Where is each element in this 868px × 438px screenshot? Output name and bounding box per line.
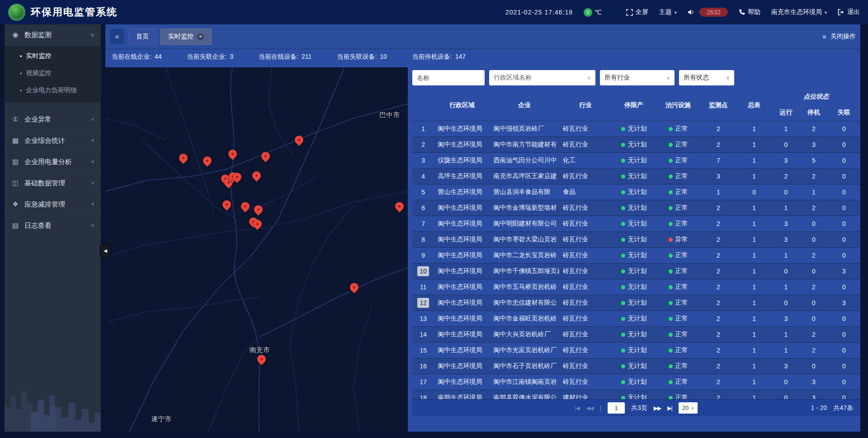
sidebar-item-label: 企业电力负荷明细 xyxy=(26,86,77,94)
close-tab-icon[interactable]: ✕ xyxy=(197,33,204,40)
cell-region: 阆中生态环境局 xyxy=(434,216,490,231)
map-pin[interactable] xyxy=(395,202,404,213)
table-row[interactable]: 7 阆中生态环境局 阆中明阳建材有限公司 砖瓦行业 无计划 xyxy=(412,216,860,232)
cell-facility-status: 正常 xyxy=(656,374,700,390)
table-row[interactable]: 13 阆中生态环境局 阆中市金福旺页岩机砖 砖瓦行业 无计划 xyxy=(412,311,860,327)
cell-stop-count: 2 xyxy=(800,279,827,295)
region-filter-select[interactable]: 行政区域名称 ∨ xyxy=(489,70,595,85)
speaker-button[interactable] xyxy=(688,9,695,15)
page-number-input[interactable] xyxy=(608,402,625,414)
facility-status-dot xyxy=(669,380,673,384)
table-row[interactable]: 5 营山生态环境局 营山县润丰食品有限 食品 无计划 xyxy=(412,184,860,200)
total-pages-label: 共3页 xyxy=(631,404,647,412)
map-pin[interactable] xyxy=(179,154,188,165)
table-header: 行政区域 企业 行业 停限产 治污设施 监测点 总表 点位状态 运行 停机 xyxy=(412,89,860,121)
map-collapse-handle[interactable]: ◀ xyxy=(100,244,111,258)
sidebar-item-video-monitor[interactable]: • 视频监控 xyxy=(5,65,101,82)
table-row[interactable]: 10 阆中生态环境局 阆中市千佛镇五郎垭页岩 砖瓦行业 无计划 xyxy=(412,264,860,279)
sidebar-group-enterprise-statistics[interactable]: ▦ 企业综合统计 < xyxy=(5,130,101,151)
facility-status-dot xyxy=(669,143,673,147)
sidebar-item-power-load-detail[interactable]: • 企业电力负荷明细 xyxy=(5,82,101,99)
cell-run-count: 1 xyxy=(772,121,800,137)
map-pin[interactable] xyxy=(241,202,250,213)
map-pin[interactable] xyxy=(228,150,237,161)
sidebar-item-realtime-monitor[interactable]: • 实时监控 xyxy=(5,47,101,65)
plan-status-dot xyxy=(621,349,625,353)
table-row[interactable]: 14 阆中生态环境局 阆中大兴页岩机砖厂 砖瓦行业 无计划 xyxy=(412,327,860,343)
plan-status-dot xyxy=(621,143,625,147)
chevron-down-icon: ▾ xyxy=(825,10,827,15)
cell-monitor-points: 2 xyxy=(700,279,736,295)
last-page-button[interactable]: ▶| xyxy=(667,405,672,411)
map-pin[interactable] xyxy=(254,205,263,217)
map-pin[interactable] xyxy=(257,355,266,366)
facility-status-dot xyxy=(669,349,673,353)
sidebar-item-label: 视频监控 xyxy=(26,69,52,77)
table-row[interactable]: 11 阆中生态环境局 阆中市五马桥页岩机砖 砖瓦行业 无计划 xyxy=(412,279,860,295)
page-size-value: 20 xyxy=(682,405,689,411)
page-size-select[interactable]: 20 ∨ xyxy=(679,402,698,414)
map-pin[interactable] xyxy=(252,171,261,183)
next-page-button[interactable]: ▶▶ xyxy=(654,405,661,411)
tab-home[interactable]: 首页 xyxy=(128,28,156,45)
first-page-button[interactable]: |◀ xyxy=(575,405,580,411)
table-row[interactable]: 4 高坪生态环境局 南充市高坪区王家店建 砖瓦行业 无计划 xyxy=(412,169,860,184)
map-pin[interactable] xyxy=(295,136,303,147)
cell-region: 阆中生态环境局 xyxy=(434,248,490,263)
logout-button[interactable]: 退出 xyxy=(838,8,860,16)
map-pin[interactable] xyxy=(222,200,231,212)
map-pin[interactable] xyxy=(203,156,212,168)
chevron-left-icon: < xyxy=(91,180,94,186)
table-row[interactable]: 18 南部生态环境局 南部县双佛水泥有限公 建材行业 无计划 xyxy=(412,390,860,399)
tab-label: 首页 xyxy=(136,33,149,41)
map-panel[interactable]: 巴中市 南充市 遂宁市 xyxy=(105,67,408,432)
theme-dropdown[interactable]: 主题 ▾ xyxy=(659,8,677,16)
document-icon: ▤ xyxy=(11,221,20,230)
cell-monitor-points: 2 xyxy=(700,358,736,374)
table-row[interactable]: 2 阆中生态环境局 阆中市南方节能建材有 砖瓦行业 无计划 xyxy=(412,137,860,153)
map-pin[interactable] xyxy=(253,220,262,231)
org-dropdown[interactable]: 南充市生态环境局 ▾ xyxy=(771,8,827,16)
table-row[interactable]: 12 阆中生态环境局 阆中市忠信建材有限公 砖瓦行业 无计划 xyxy=(412,295,860,311)
sidebar-group-base-data[interactable]: ◫ 基础数据管理 < xyxy=(5,173,101,194)
sidebar-group-power-analysis[interactable]: ▥ 企业用电量分析 < xyxy=(5,151,101,173)
cell-region: 仪陇生态环境局 xyxy=(434,153,490,168)
stat-offline-enterprises: 当前失联企业:3 xyxy=(187,53,233,61)
cell-run-count: 0 xyxy=(772,264,800,279)
row-index: 18 xyxy=(417,393,429,399)
cell-stop-count: 0 xyxy=(800,232,827,247)
tab-realtime-monitor[interactable]: 实时监控 ✕ xyxy=(160,28,212,45)
map-pin[interactable] xyxy=(350,283,359,294)
fullscreen-button[interactable]: 全屏 xyxy=(626,8,648,16)
table-row[interactable]: 15 阆中生态环境局 阆中市光富页岩机砖厂 砖瓦行业 无计划 xyxy=(412,343,860,358)
table-row[interactable]: 16 阆中生态环境局 阆中市石子页岩机砖厂 砖瓦行业 无计划 xyxy=(412,358,860,374)
facility-status-label: 正常 xyxy=(675,141,688,149)
sidebar-group-log-view[interactable]: ▤ 日志查看 < xyxy=(5,215,101,236)
cell-lost-count: 0 xyxy=(828,279,860,295)
help-button[interactable]: 帮助 xyxy=(739,8,760,16)
table-row[interactable]: 8 阆中生态环境局 阆中市枣碧大梁山页岩 砖瓦行业 无计划 xyxy=(412,232,860,248)
sidebar-group-data-monitoring[interactable]: ◉ 数据监测 ∨ xyxy=(5,24,101,46)
name-filter-input[interactable] xyxy=(412,70,485,85)
tabs-scroll-right-button[interactable]: » xyxy=(822,29,826,44)
cell-company: 阆中市二龙长宝页岩砖 xyxy=(490,248,559,263)
table-row[interactable]: 9 阆中生态环境局 阆中市二龙长宝页岩砖 砖瓦行业 无计划 xyxy=(412,248,860,264)
table-row[interactable]: 1 阆中生态环境局 阆中强锐页岩砖厂 砖瓦行业 无计划 xyxy=(412,121,860,137)
facility-status-label: 正常 xyxy=(675,204,688,212)
sidebar-group-emergency-reduction[interactable]: ❖ 应急减排管理 < xyxy=(5,194,101,215)
alert-count-badge[interactable]: 2632 xyxy=(699,8,728,17)
industry-filter-select[interactable]: 所有行业 ∨ xyxy=(600,70,675,85)
status-filter-select[interactable]: 所有状态 ∨ xyxy=(679,70,734,85)
map-pin[interactable] xyxy=(233,173,241,184)
table-row[interactable]: 17 阆中生态环境局 阆中市江南镇阆南页岩 砖瓦行业 无计划 xyxy=(412,374,860,390)
map-pin[interactable] xyxy=(261,152,270,163)
sidebar-group-enterprise-abnormal[interactable]: ① 企业异常 < xyxy=(5,109,101,130)
tabs-scroll-left-button[interactable]: « xyxy=(110,29,124,44)
table-row[interactable]: 6 阆中生态环境局 阆中市金博瑞新型墙材 砖瓦行业 无计划 xyxy=(412,200,860,216)
select-value: 行政区域名称 xyxy=(494,74,585,82)
table-row[interactable]: 3 仪陇生态环境局 西南油气田分公司川中 化工 无计划 xyxy=(412,153,860,169)
close-operations-button[interactable]: 关闭操作 xyxy=(830,33,856,41)
facility-status-dot xyxy=(669,285,673,289)
bullet-icon: • xyxy=(20,53,22,60)
prev-page-button[interactable]: ◀◀ xyxy=(586,405,593,411)
